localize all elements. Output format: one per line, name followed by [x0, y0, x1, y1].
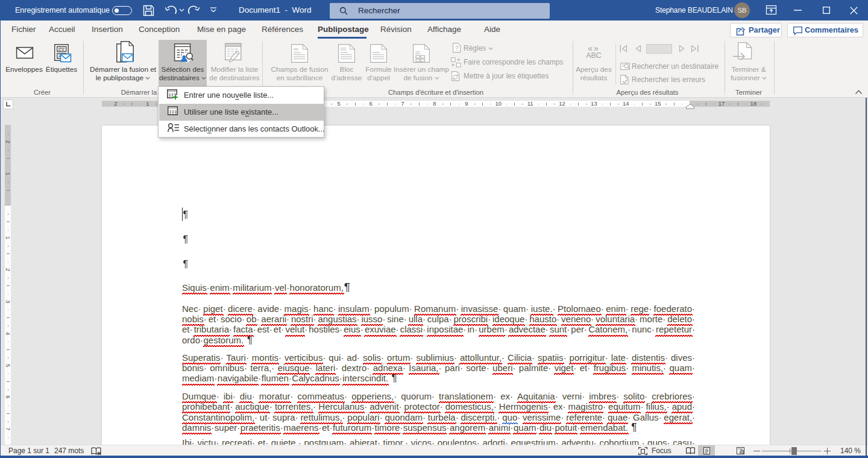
svg-text:?: ?: [455, 45, 459, 52]
